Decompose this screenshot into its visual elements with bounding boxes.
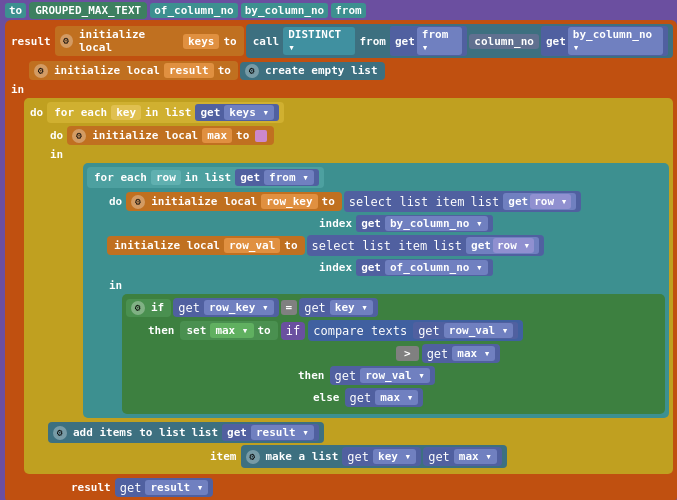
param-of-column[interactable]: of_column_no xyxy=(150,3,237,18)
add-items-block: ⚙ add items to list list get result ▾ xyxy=(48,422,324,443)
get-row-val-cmp: get row_val ▾ xyxy=(413,322,518,339)
then-label-2: then xyxy=(296,369,327,382)
result-label: result xyxy=(9,35,53,48)
if-block: ⚙ if xyxy=(126,299,171,317)
get-max-make-list: get max ▾ xyxy=(423,447,502,466)
max-else-value[interactable]: max ▾ xyxy=(375,390,418,405)
get-of-col-index: get of_column_no ▾ xyxy=(356,259,493,276)
gear-icon-8: ⚙ xyxy=(246,450,260,464)
get-result-final: get result ▾ xyxy=(115,478,214,497)
row-val-then-value[interactable]: row_val ▾ xyxy=(360,368,430,383)
of-col-no-value[interactable]: of_column_no ▾ xyxy=(385,260,488,275)
gear-icon-5: ⚙ xyxy=(131,195,145,209)
set-max-target[interactable]: max ▾ xyxy=(210,323,253,338)
select-list-item-val-block: select list item list get row ▾ xyxy=(307,235,545,256)
row-key-value[interactable]: row_key ▾ xyxy=(204,300,274,315)
do-label-2: do xyxy=(48,129,65,142)
index-label-1: index xyxy=(317,217,354,230)
max-cmp-value[interactable]: max ▾ xyxy=(452,346,495,361)
set-max-block: set max ▾ to xyxy=(180,321,278,340)
result-list-value[interactable]: result ▾ xyxy=(251,425,314,440)
select-row-value[interactable]: get row ▾ xyxy=(503,193,576,210)
from-value[interactable]: from ▾ xyxy=(417,27,462,55)
get-from-list-block: get from ▾ xyxy=(235,169,319,186)
else-label: else xyxy=(311,391,342,404)
for-each-row-block: for each row in list get from ▾ xyxy=(87,167,324,188)
in-label-3: in xyxy=(107,279,124,292)
initialize-result-block: ⚙ initialize local result to xyxy=(29,61,238,80)
for-each-key-block: for each key in list get keys ▾ xyxy=(47,102,284,123)
select-row-val-value[interactable]: get row ▾ xyxy=(466,237,539,254)
row-loop-var[interactable]: row xyxy=(151,170,181,185)
by-column-value[interactable]: by_column_no ▾ xyxy=(568,27,663,55)
param-from[interactable]: from xyxy=(331,3,366,18)
compare-texts-block: compare texts get row_val ▾ xyxy=(308,320,523,341)
get-max-else: get max ▾ xyxy=(345,388,424,407)
get-keys-block: get keys ▾ xyxy=(195,104,279,121)
do-label-1: do xyxy=(28,106,45,119)
canvas: to GROUPED_MAX_TEXT of_column_no by_colu… xyxy=(0,0,677,500)
row-val-pill[interactable]: row_val xyxy=(224,238,280,253)
index-label-2: index xyxy=(317,261,354,274)
key-make-list-value[interactable]: key ▾ xyxy=(373,449,416,464)
call-distinct-block: call DISTINCT ▾ from get from ▾ column_n… xyxy=(246,24,673,58)
column-no-label: column_no xyxy=(469,34,539,49)
do-label-3: do xyxy=(107,195,124,208)
initialize-max-block: ⚙ initialize local max to xyxy=(67,126,274,145)
result-final-value[interactable]: result ▾ xyxy=(145,480,208,495)
initialize-row-val-block: initialize local row_val to xyxy=(107,236,305,255)
equals-block[interactable]: = xyxy=(281,300,298,315)
max-pill[interactable]: max xyxy=(202,128,232,143)
by-col-no-value[interactable]: by_column_no ▾ xyxy=(385,216,488,231)
if-compare-outer: if xyxy=(281,322,305,340)
param-by-column[interactable]: by_column_no xyxy=(241,3,328,18)
get-max-cmp: get max ▾ xyxy=(422,344,501,363)
result-pill[interactable]: result xyxy=(164,63,214,78)
from-list-value[interactable]: from ▾ xyxy=(264,170,314,185)
result-final-label: result xyxy=(69,481,113,494)
get-by-col-index: get by_column_no ▾ xyxy=(356,215,493,232)
get-key-make-list: get key ▾ xyxy=(342,447,421,466)
keys-value[interactable]: keys ▾ xyxy=(224,105,274,120)
initialize-keys-block: ⚙ initialize local keys to xyxy=(55,26,244,56)
get-row-val-then: get row_val ▾ xyxy=(330,366,435,385)
get-by-column-block: get by_column_no ▾ xyxy=(541,26,668,56)
max-make-list-value[interactable]: max ▾ xyxy=(454,449,497,464)
key-loop-var[interactable]: key xyxy=(111,105,141,120)
function-name-block[interactable]: GROUPED_MAX_TEXT xyxy=(29,2,147,19)
gear-icon-1: ⚙ xyxy=(60,34,73,48)
in-label-2: in xyxy=(48,148,65,161)
gear-icon-7: ⚙ xyxy=(53,426,67,440)
gear-icon-3: ⚙ xyxy=(245,64,259,78)
item-label: item xyxy=(208,450,239,463)
get-row-key-block: get row_key ▾ xyxy=(173,298,278,317)
get-key-block: get key ▾ xyxy=(299,298,378,317)
gt-block[interactable]: > xyxy=(396,346,419,361)
to-label: to xyxy=(5,3,26,18)
get-from-block: get from ▾ xyxy=(390,26,467,56)
in-label: in xyxy=(9,83,26,96)
keys-pill[interactable]: keys xyxy=(183,34,220,49)
gear-icon-2: ⚙ xyxy=(34,64,48,78)
row-val-cmp-value[interactable]: row_val ▾ xyxy=(444,323,514,338)
create-empty-list-block: ⚙ create empty list xyxy=(240,62,385,80)
gear-icon-4: ⚙ xyxy=(72,129,86,143)
select-list-item-key-block: select list item list get row ▾ xyxy=(344,191,582,212)
distinct-label[interactable]: DISTINCT ▾ xyxy=(283,27,355,55)
row-key-pill[interactable]: row_key xyxy=(261,194,317,209)
key-value[interactable]: key ▾ xyxy=(330,300,373,315)
gear-icon-6: ⚙ xyxy=(131,301,145,315)
initialize-row-key-block: ⚙ initialize local row_key to xyxy=(126,192,342,211)
get-result-list: get result ▾ xyxy=(222,424,319,441)
then-label: then xyxy=(146,324,177,337)
make-list-block: ⚙ make a list get key ▾ get max ▾ xyxy=(241,445,507,468)
color-swatch xyxy=(255,130,267,142)
